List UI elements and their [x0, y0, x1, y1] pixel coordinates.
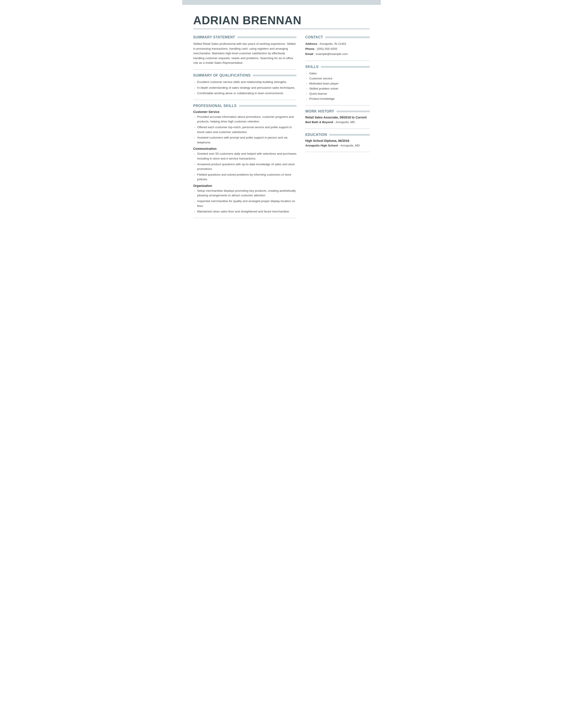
- name-section: ADRIAN BRENNAN: [193, 11, 370, 35]
- summary-statement-text: Skilled Retail Sales professional with t…: [193, 41, 297, 65]
- skill-item: Quick-learner: [305, 91, 370, 96]
- address-label: Address: [305, 42, 317, 45]
- address-value: Annapolis, IN 21401: [320, 42, 347, 45]
- contact-line: [325, 36, 370, 38]
- education-title: EDUCATION: [305, 133, 327, 137]
- list-item: Provided accurate information about prom…: [193, 114, 297, 124]
- school-location-text: Annapolis, MD: [341, 144, 360, 147]
- organization-label: Organization: [193, 184, 297, 188]
- email-label: Email: [305, 52, 313, 56]
- list-item: Setup merchandise displays promoting key…: [193, 188, 297, 198]
- work-history-title: WORK HISTORY: [305, 109, 334, 113]
- phone-value: (555) 555-5555: [317, 47, 337, 51]
- education-section: EDUCATION High School Diploma, 06/2018 A…: [305, 133, 370, 148]
- professional-skills-header: PROFESSIONAL SKILLS: [193, 104, 297, 108]
- main-layout: SUMMARY STATEMENT Skilled Retail Sales p…: [193, 35, 370, 222]
- work-history-section: WORK HISTORY Retail Sales Associate, 09/…: [305, 109, 370, 124]
- candidate-name: ADRIAN BRENNAN: [193, 14, 370, 27]
- divider-4: [305, 61, 370, 61]
- communication-category: Communication Greeted over 50 customers …: [193, 147, 297, 182]
- school-bold: Annapolis High School: [305, 144, 338, 147]
- work-history-line: [337, 111, 370, 112]
- summary-qualifications-list: Excellent customer service skills and re…: [193, 80, 297, 96]
- left-column: SUMMARY STATEMENT Skilled Retail Sales p…: [193, 35, 297, 222]
- skills-line: [321, 66, 370, 68]
- organization-category: Organization Setup merchandise displays …: [193, 184, 297, 214]
- summary-statement-section: SUMMARY STATEMENT Skilled Retail Sales p…: [193, 35, 297, 65]
- customer-service-label: Customer Service: [193, 110, 297, 114]
- list-item: Answered product questions with up-to-da…: [193, 162, 297, 171]
- divider-2: [193, 100, 297, 100]
- divider-3: [193, 218, 297, 218]
- education-header: EDUCATION: [305, 133, 370, 137]
- skill-item: Sales: [305, 71, 370, 76]
- job-title: Retail Sales Associate, 09/2018 to Curre…: [305, 116, 370, 119]
- company-name: Bed Bath & Beyond - Annapolis, MD: [305, 120, 370, 124]
- company-location: -: [334, 120, 336, 124]
- skills-list: Sales Customer service Motivated team pl…: [305, 71, 370, 101]
- contact-phone: Phone : (555) 555-5555: [305, 47, 370, 52]
- contact-title: CONTACT: [305, 35, 323, 39]
- phone-label: Phone: [305, 47, 315, 51]
- top-bar: [182, 0, 381, 5]
- contact-email: Email : example@example.com: [305, 52, 370, 57]
- contact-section: CONTACT Address : Annapolis, IN 21401 Ph…: [305, 35, 370, 57]
- skills-header: SKILLS: [305, 65, 370, 69]
- communication-list: Greeted over 50 customers daily and help…: [193, 151, 297, 182]
- skill-item: Skilled problem solver: [305, 86, 370, 91]
- skill-item: Motivated team player: [305, 81, 370, 86]
- list-item: Excellent customer service skills and re…: [193, 80, 297, 84]
- job-entry: Retail Sales Associate, 09/2018 to Curre…: [305, 116, 370, 124]
- degree-title: High School Diploma, 06/2018: [305, 139, 370, 143]
- company-bold: Bed Bath & Beyond: [305, 120, 333, 124]
- divider-6: [305, 129, 370, 129]
- skill-item: Customer service: [305, 76, 370, 81]
- resume-container: ADRIAN BRENNAN SUMMARY STATEMENT Skilled…: [182, 5, 381, 231]
- skill-item: Product knowledge: [305, 96, 370, 101]
- communication-label: Communication: [193, 147, 297, 150]
- summary-qualifications-section: SUMMARY OF QUALIFICATIONS Excellent cust…: [193, 73, 297, 96]
- summary-statement-line: [237, 36, 297, 38]
- education-entry: High School Diploma, 06/2018 Annapolis H…: [305, 139, 370, 148]
- list-item: In-depth understanding of sales strategy…: [193, 85, 297, 90]
- school-name: Annapolis High School - Annapolis, MD: [305, 143, 370, 148]
- professional-skills-title: PROFESSIONAL SKILLS: [193, 104, 237, 108]
- summary-qualifications-header: SUMMARY OF QUALIFICATIONS: [193, 73, 297, 77]
- skills-title: SKILLS: [305, 65, 319, 69]
- name-divider: [193, 29, 370, 29]
- list-item: Inspected merchandise for quality and ar…: [193, 199, 297, 208]
- customer-service-category: Customer Service Provided accurate infor…: [193, 110, 297, 145]
- education-line: [329, 134, 370, 136]
- contact-header: CONTACT: [305, 35, 370, 39]
- summary-statement-title: SUMMARY STATEMENT: [193, 35, 235, 39]
- professional-skills-section: PROFESSIONAL SKILLS Customer Service Pro…: [193, 104, 297, 214]
- divider-7: [305, 152, 370, 152]
- right-column: CONTACT Address : Annapolis, IN 21401 Ph…: [305, 35, 370, 222]
- email-colon: :: [314, 52, 316, 56]
- list-item: Comfortable working alone or collaborati…: [193, 91, 297, 96]
- contact-address: Address : Annapolis, IN 21401: [305, 41, 370, 47]
- list-item: Greeted over 50 customers daily and help…: [193, 151, 297, 161]
- list-item: Offered each customer top-notch, persona…: [193, 125, 297, 134]
- school-location-dash: -: [339, 144, 341, 147]
- company-location-text: Annapolis, MD: [336, 120, 355, 124]
- organization-list: Setup merchandise displays promoting key…: [193, 188, 297, 214]
- skills-section: SKILLS Sales Customer service Motivated …: [305, 65, 370, 101]
- list-item: Assisted customers with prompt and polit…: [193, 135, 297, 145]
- email-value: example@example.com: [316, 52, 348, 56]
- work-history-header: WORK HISTORY: [305, 109, 370, 113]
- summary-statement-header: SUMMARY STATEMENT: [193, 35, 297, 39]
- list-item: Maintained clean sales floor and straigh…: [193, 209, 297, 214]
- customer-service-list: Provided accurate information about prom…: [193, 114, 297, 145]
- summary-qualifications-title: SUMMARY OF QUALIFICATIONS: [193, 73, 250, 77]
- list-item: Fielded questions and solved problems by…: [193, 172, 297, 182]
- summary-qualifications-line: [253, 75, 296, 76]
- professional-skills-line: [239, 105, 297, 107]
